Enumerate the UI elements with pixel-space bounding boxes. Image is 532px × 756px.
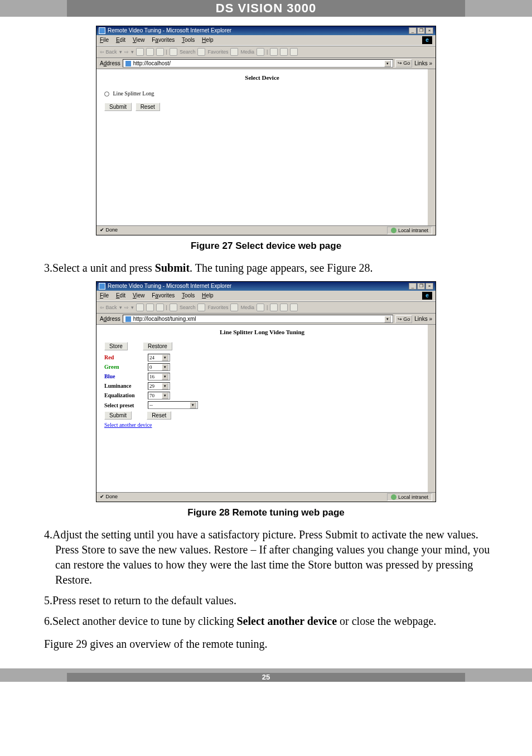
go-button[interactable]: ↪ Go xyxy=(395,315,413,323)
home-icon[interactable] xyxy=(156,48,164,56)
status-bar-28: ✔ Done Local intranet xyxy=(96,492,436,502)
page-body: Select Device Line Splitter Long Submit … xyxy=(96,69,436,225)
minimize-button[interactable]: _ xyxy=(409,27,417,34)
dropdown-blue[interactable]: 16▾ xyxy=(148,373,170,381)
chevron-down-icon[interactable]: ▾ xyxy=(162,373,168,380)
label-blue: Blue xyxy=(104,373,143,381)
address-value-28: http://localhost/tuning.xml xyxy=(133,315,196,323)
address-input-28[interactable]: http://localhost/tuning.xml ▾ xyxy=(123,315,393,323)
chevron-down-icon[interactable]: ▾ xyxy=(162,383,168,389)
device-radio[interactable]: Line Splitter Long xyxy=(104,90,420,98)
links-label[interactable]: Links » xyxy=(414,315,432,323)
menu-tools[interactable]: Tools xyxy=(182,292,195,298)
ie-logo-icon: e xyxy=(422,36,432,44)
address-bar: Address http://localhost/ ▾ ↪ Go Links » xyxy=(96,58,436,69)
closing-paragraph: Figure 29 gives an overview of the remot… xyxy=(44,637,501,652)
menu-help[interactable]: Help xyxy=(202,37,214,43)
go-button[interactable]: ↪ Go xyxy=(395,59,413,67)
menu-file[interactable]: File xyxy=(100,292,109,298)
menu-help[interactable]: Help xyxy=(202,292,214,298)
print-icon[interactable] xyxy=(280,304,288,311)
dropdown-preset[interactable]: --▾ xyxy=(148,401,198,409)
store-button[interactable]: Store xyxy=(104,342,128,350)
reset-button-28[interactable]: Reset xyxy=(147,411,171,420)
toolbar-favorites[interactable]: Favorites xyxy=(207,304,228,311)
ie-window-27: Remote Video Tuning - Microsoft Internet… xyxy=(96,26,436,235)
favorites-icon[interactable] xyxy=(197,304,205,311)
menu-view[interactable]: View xyxy=(133,292,145,298)
mail-icon[interactable] xyxy=(270,304,278,311)
forward-button[interactable]: ⇨ xyxy=(124,49,129,55)
address-label: Address xyxy=(100,315,120,323)
page-icon xyxy=(125,316,132,322)
media-icon[interactable] xyxy=(230,304,238,311)
dropdown-red[interactable]: 24▾ xyxy=(148,354,170,362)
stop-icon[interactable] xyxy=(136,304,144,311)
menu-tools[interactable]: Tools xyxy=(182,37,195,43)
step-5-num: 5. xyxy=(44,594,52,606)
step-6-before: Select another device to tune by clickin… xyxy=(52,615,236,627)
edit-icon[interactable] xyxy=(290,48,298,56)
step-3-num: 3. xyxy=(44,262,52,274)
menu-edit[interactable]: Edit xyxy=(116,37,125,43)
back-button[interactable]: ⇦ Back xyxy=(100,49,117,55)
address-dropdown-icon[interactable]: ▾ xyxy=(384,60,391,67)
menu-file[interactable]: File xyxy=(100,37,109,43)
close-button[interactable]: × xyxy=(425,27,433,34)
page-number: 25 xyxy=(67,673,465,682)
menu-favorites[interactable]: Favorites xyxy=(152,37,175,43)
history-icon[interactable] xyxy=(257,48,264,56)
address-input[interactable]: http://localhost/ ▾ xyxy=(123,59,393,68)
maximize-button[interactable]: ❐ xyxy=(417,27,425,34)
page-header: DS VISION 3000 xyxy=(0,0,532,17)
toolbar-search[interactable]: Search xyxy=(180,304,196,311)
media-icon[interactable] xyxy=(230,48,238,56)
forward-button[interactable]: ⇨ xyxy=(124,304,129,311)
radio-icon[interactable] xyxy=(104,92,109,97)
chevron-down-icon[interactable]: ▾ xyxy=(162,364,168,370)
home-icon[interactable] xyxy=(156,304,164,311)
mail-icon[interactable] xyxy=(270,48,278,56)
minimize-button[interactable]: _ xyxy=(409,283,417,290)
ie-icon xyxy=(99,27,105,34)
search-icon[interactable] xyxy=(170,304,177,311)
toolbar-favorites[interactable]: Favorites xyxy=(207,49,228,55)
maximize-button[interactable]: ❐ xyxy=(417,283,425,290)
toolbar-media[interactable]: Media xyxy=(240,49,254,55)
restore-button[interactable]: Restore xyxy=(143,342,172,350)
status-done-icon: ✔ xyxy=(100,494,104,499)
chevron-down-icon[interactable]: ▾ xyxy=(162,354,168,361)
toolbar-media[interactable]: Media xyxy=(240,304,254,311)
close-button[interactable]: × xyxy=(425,283,433,290)
chevron-down-icon[interactable]: ▾ xyxy=(190,402,196,408)
refresh-icon[interactable] xyxy=(146,48,154,56)
favorites-icon[interactable] xyxy=(197,48,205,56)
address-dropdown-icon[interactable]: ▾ xyxy=(384,316,391,322)
menu-view[interactable]: View xyxy=(133,37,145,43)
menu-edit[interactable]: Edit xyxy=(116,292,125,298)
menu-favorites[interactable]: Favorites xyxy=(152,292,175,298)
edit-icon[interactable] xyxy=(290,304,298,311)
stop-icon[interactable] xyxy=(136,48,144,56)
dropdown-luminance[interactable]: 29▾ xyxy=(148,382,170,390)
dropdown-green[interactable]: 0▾ xyxy=(148,363,170,371)
search-icon[interactable] xyxy=(170,48,177,56)
toolbar-search[interactable]: Search xyxy=(180,49,196,55)
step-4-num: 4. xyxy=(44,528,52,541)
refresh-icon[interactable] xyxy=(146,304,154,311)
toolbar: ⇦ Back ▾ ⇨ ▾ | Search Favorites Media | xyxy=(96,46,436,58)
submit-button[interactable]: Submit xyxy=(104,103,132,111)
reset-button[interactable]: Reset xyxy=(136,103,160,111)
dropdown-equalization[interactable]: 70▾ xyxy=(148,392,170,399)
window-title: Remote Video Tuning - Microsoft Internet… xyxy=(108,27,231,35)
ie-logo-icon: e xyxy=(422,292,432,300)
print-icon[interactable] xyxy=(280,48,288,56)
chevron-down-icon[interactable]: ▾ xyxy=(162,392,168,399)
links-label[interactable]: Links » xyxy=(414,60,432,68)
select-another-link[interactable]: Select another device xyxy=(104,421,152,429)
figure-28: Remote Video Tuning - Microsoft Internet… xyxy=(31,281,501,502)
history-icon[interactable] xyxy=(257,304,264,311)
step-6-bold: Select another device xyxy=(236,615,337,627)
submit-button-28[interactable]: Submit xyxy=(104,411,132,420)
back-button[interactable]: ⇦ Back xyxy=(100,304,117,311)
